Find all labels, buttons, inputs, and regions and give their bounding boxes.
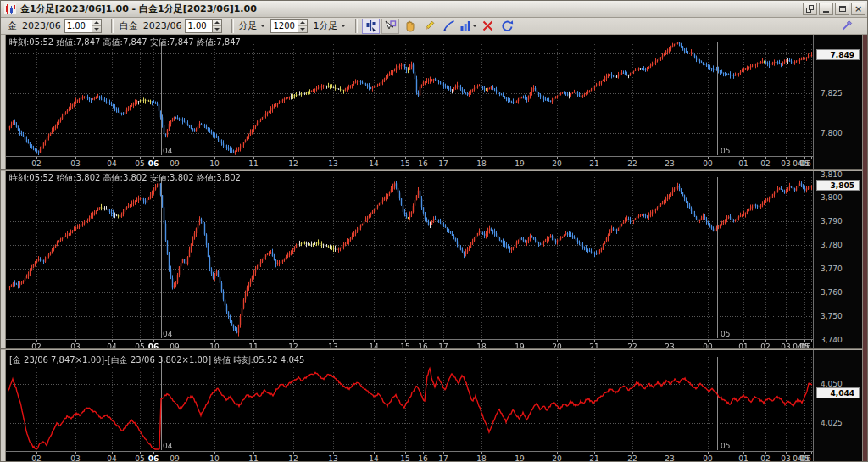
chevron-down-icon <box>472 25 477 27</box>
date-marker: 04 <box>163 442 172 450</box>
time-axis-strip: 0203040506091011121314151617181920212223… <box>6 451 813 462</box>
axis-price-label: 3,760 <box>821 288 843 297</box>
time-label: 02 <box>31 454 41 462</box>
gold-multiplier-spinner[interactable] <box>92 19 102 33</box>
chevron-down-icon <box>341 25 346 27</box>
time-label: 17 <box>438 454 448 462</box>
spin-up-icon <box>214 21 220 24</box>
axis-price-label: 7,800 <box>821 129 843 137</box>
time-label: 06 <box>801 454 810 462</box>
platinum-multiplier-spinner[interactable] <box>212 19 222 33</box>
time-label: 03 <box>781 454 790 462</box>
gold-multiplier-input[interactable] <box>64 19 92 33</box>
time-label: 01 <box>738 454 748 462</box>
time-label: 22 <box>627 454 637 462</box>
interval-label: 1分足 <box>313 19 337 32</box>
platinum-ohlc-info: 時刻:05:52 始値:3,802 高値:3,802 安値:3,802 終値:3… <box>9 172 241 184</box>
time-label: 05 <box>135 159 144 168</box>
wrench-icon <box>840 19 853 32</box>
time-label: 03 <box>781 159 790 168</box>
platinum-multiplier-input[interactable] <box>185 19 212 33</box>
toolbar-separator <box>231 19 234 33</box>
time-label: 19 <box>515 454 524 462</box>
time-label: 15 <box>400 454 409 462</box>
time-label: 13 <box>328 159 337 168</box>
spin-up-icon <box>94 21 99 24</box>
axis-price-label: 4,025 <box>821 419 843 427</box>
time-label: 23 <box>665 159 674 168</box>
interval-dropdown[interactable]: 1分足 <box>313 19 346 32</box>
time-label: 14 <box>369 454 378 462</box>
time-tick <box>811 157 812 159</box>
gold-symbol-label: 金 <box>8 19 17 32</box>
time-label: 04 <box>107 159 116 168</box>
axis-price-label: 3,740 <box>821 336 843 344</box>
chart-region: 7,8507,8257,8003,8103,8003,7903,7803,770… <box>1 35 862 462</box>
time-label: 12 <box>288 159 298 168</box>
time-label: 18 <box>476 159 486 168</box>
toolbar-separator <box>111 19 114 33</box>
spread-chart-button[interactable] <box>479 19 497 34</box>
close-button[interactable]: × <box>851 3 865 15</box>
minimize-button[interactable] <box>819 3 833 15</box>
toolbar: 金 2023/06 白金 2023/06 分足 <box>1 18 868 35</box>
panel-separator <box>1 169 862 171</box>
platinum-contract-label: 2023/06 <box>143 20 182 31</box>
right-edge <box>862 35 868 462</box>
chevron-down-icon <box>260 25 265 27</box>
time-label: 00 <box>703 454 712 462</box>
time-label: 09 <box>170 159 179 168</box>
axis-price-label: 3,770 <box>821 264 843 273</box>
time-label: 11 <box>248 454 258 462</box>
time-label: 03 <box>70 159 80 168</box>
time-label: 19 <box>515 159 524 168</box>
bar-count-input[interactable] <box>270 19 298 33</box>
time-label: 15 <box>400 159 409 168</box>
maximize-button[interactable] <box>835 3 849 15</box>
time-label: 10 <box>209 454 219 462</box>
indicator-dropdown-button[interactable] <box>459 19 477 34</box>
time-label: 13 <box>328 454 337 462</box>
minimize-icon <box>823 11 829 13</box>
track-cursor-icon <box>364 19 377 32</box>
float-window-icon <box>809 5 814 10</box>
time-label: 18 <box>476 454 486 462</box>
freehand-tool-button[interactable] <box>440 19 458 34</box>
bar-count-spinner[interactable] <box>298 19 308 33</box>
chart-canvas[interactable] <box>8 35 813 462</box>
time-label: 02 <box>760 454 770 462</box>
time-tick <box>811 340 812 342</box>
float-window-button[interactable] <box>803 3 817 15</box>
platinum-symbol-label: 白金 <box>120 19 138 32</box>
settings-button[interactable] <box>837 19 855 34</box>
pan-tool-button[interactable] <box>401 19 419 34</box>
spread-x-icon <box>481 19 494 32</box>
select-tool-button[interactable] <box>381 19 399 34</box>
bar-type-dropdown[interactable]: 分足 <box>238 19 265 32</box>
hand-icon <box>403 19 416 32</box>
axis-price-label: 3,750 <box>821 312 843 320</box>
spin-down-icon <box>300 28 305 31</box>
refresh-button[interactable] <box>498 19 516 34</box>
time-label: 21 <box>589 159 598 168</box>
time-label: 05 <box>135 454 144 462</box>
time-label: 20 <box>552 454 561 462</box>
pencil-tool-button[interactable] <box>420 19 438 34</box>
close-icon: × <box>854 4 862 14</box>
time-label: 04 <box>107 454 116 462</box>
time-label: 01 <box>738 159 748 168</box>
time-axis-strip: 0203040506091011121314151617181920212223… <box>6 156 813 169</box>
time-axis-strip: 0203040506091011121314151617181920212223… <box>6 339 813 348</box>
time-label: 00 <box>703 159 712 168</box>
date-marker: 05 <box>721 147 730 155</box>
maximize-icon <box>839 6 846 12</box>
time-label: 23 <box>665 454 674 462</box>
time-label: 14 <box>369 159 378 168</box>
axis-price-label: 3,810 <box>821 170 843 179</box>
time-label: 22 <box>627 159 637 168</box>
track-cursor-button[interactable] <box>362 19 380 34</box>
quill-pen-icon <box>442 19 455 32</box>
time-label: 02 <box>760 159 770 168</box>
time-label: 03 <box>70 454 80 462</box>
axis-price-label: 3,800 <box>821 193 843 202</box>
